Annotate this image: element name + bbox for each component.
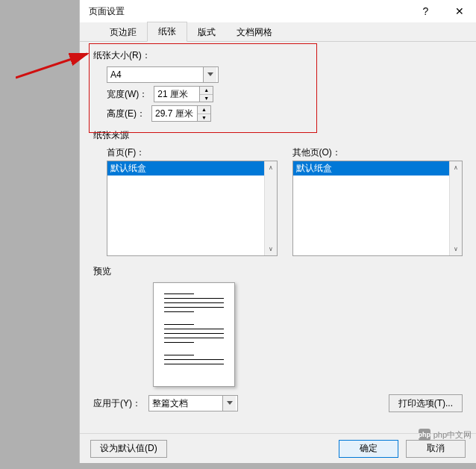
tab-margins[interactable]: 页边距 [99,23,147,42]
page-setup-dialog: 页面设置 ? ✕ 页边距 纸张 版式 文档网格 纸张大小(R)： 宽度(W)： … [79,0,476,463]
other-page-listbox[interactable]: 默认纸盒 ∧ ∨ [292,161,463,256]
spinner-down-icon[interactable]: ▼ [200,95,213,102]
height-input[interactable] [152,106,197,121]
scroll-up-icon[interactable]: ∧ [265,161,277,174]
tab-grid[interactable]: 文档网格 [226,23,283,42]
paper-size-input[interactable] [107,67,203,82]
dialog-titlebar: 页面设置 ? ✕ [80,0,476,22]
set-default-button[interactable]: 设为默认值(D) [90,440,167,458]
chevron-down-icon[interactable] [203,67,216,82]
scrollbar[interactable]: ∧ ∨ [264,161,277,255]
tab-row: 页边距 纸张 版式 文档网格 [80,22,476,42]
scroll-down-icon[interactable]: ∨ [265,243,277,255]
height-spinner[interactable]: ▲ ▼ [151,105,211,122]
tab-paper[interactable]: 纸张 [147,22,187,42]
ok-button[interactable]: 确定 [339,440,398,458]
other-page-label: 其他页(O)： [292,146,463,159]
width-input[interactable] [154,87,199,102]
dialog-content: 纸张大小(R)： 宽度(W)： ▲ ▼ 高度(E)： [80,42,476,433]
print-options-button[interactable]: 打印选项(T)... [389,394,463,412]
dialog-title: 页面设置 [89,5,409,18]
list-item[interactable]: 默认纸盒 [107,161,264,176]
width-label: 宽度(W)： [107,88,148,101]
preview-group-label: 预览 [93,265,463,278]
dialog-footer: 设为默认值(D) 确定 取消 [80,433,476,463]
list-item[interactable]: 默认纸盒 [293,161,450,176]
first-page-label: 首页(F)： [107,146,278,159]
app-background [0,0,79,469]
help-button[interactable]: ? [409,0,442,22]
scrollbar[interactable]: ∧ ∨ [449,161,462,255]
cancel-button[interactable]: 取消 [406,440,466,458]
spinner-up-icon[interactable]: ▲ [198,106,210,114]
scroll-up-icon[interactable]: ∧ [450,161,462,174]
chevron-down-icon[interactable] [222,396,236,411]
tab-layout[interactable]: 版式 [187,23,226,42]
scroll-down-icon[interactable]: ∨ [450,243,462,255]
width-spinner[interactable]: ▲ ▼ [154,86,213,102]
spinner-up-icon[interactable]: ▲ [200,87,213,95]
spinner-down-icon[interactable]: ▼ [198,114,210,122]
page-preview [153,282,235,387]
close-button[interactable]: ✕ [442,0,476,22]
first-page-listbox[interactable]: 默认纸盒 ∧ ∨ [107,161,278,256]
paper-size-group-label: 纸张大小(R)： [93,49,463,62]
apply-to-input[interactable] [149,396,222,411]
paper-source-group-label: 纸张来源 [93,129,463,142]
apply-to-combo[interactable] [148,395,238,411]
paper-size-combo[interactable] [107,66,219,83]
height-label: 高度(E)： [107,108,145,120]
apply-to-label: 应用于(Y)： [93,397,141,410]
